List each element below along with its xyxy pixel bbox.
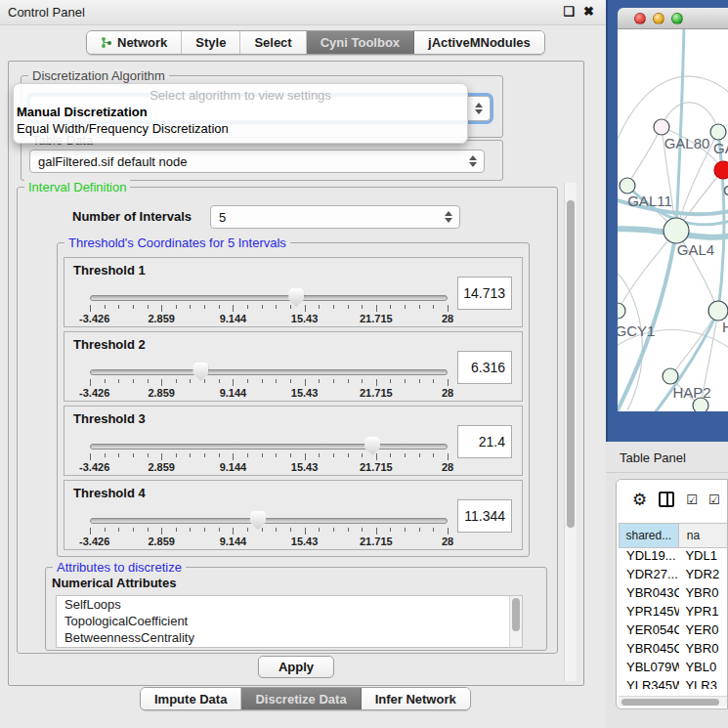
table-row[interactable]: YER054CYER0 [619,622,728,641]
threshold-value-field[interactable]: 14.713 [457,277,512,310]
cell-shared-name[interactable]: YBR045C [619,641,679,660]
close-traffic-light-icon[interactable] [634,13,646,24]
tab-cyni-toolbox[interactable]: Cyni Toolbox [307,31,414,54]
cell-name[interactable]: YDL1 [679,548,728,567]
slider-track[interactable] [90,369,448,375]
cell-shared-name[interactable]: YPR145W [619,604,679,622]
close-icon[interactable]: ✖ [583,4,594,19]
network-node-gal11[interactable] [620,178,635,193]
tick-mark [262,528,263,532]
checkbox-icon[interactable]: ☑ [686,493,697,506]
cell-shared-name[interactable]: YBL079W [619,660,679,678]
column-header-shared-name[interactable]: shared... [619,523,679,548]
dropdown-hint: Select algorithm to view settings [14,88,467,103]
table-row[interactable]: YLR345WYLR3 [619,678,728,689]
cell-shared-name[interactable]: YLR345W [619,678,679,689]
scrollbar-thumb[interactable] [512,598,520,631]
zoom-traffic-light-icon[interactable] [671,13,683,24]
panel-scrollbar[interactable] [564,183,577,681]
float-panel-icon[interactable]: ❑ [563,4,575,19]
tab-select[interactable]: Select [240,31,306,54]
cell-name[interactable]: YDR2 [679,567,728,585]
dropdown-option-manual-discretization[interactable]: Manual Discretization [17,105,148,119]
tab-label: Discretize Data [255,692,346,707]
tab-label: Impute Data [154,692,227,707]
table-row[interactable]: YPR145WYPR1 [619,604,728,622]
checkbox-icon[interactable]: ☑ [708,493,719,506]
attribute-item-topologicalcoefficient[interactable]: TopologicalCoefficient [57,613,522,629]
network-nodes: GAL80GACGAL11GAL4GCY1HHAP2 [618,119,728,411]
slider-track[interactable] [90,295,448,301]
attribute-item-betweennesscentrality[interactable]: BetweennessCentrality [57,629,522,646]
threshold-label: Threshold 1 [73,263,146,278]
gear-icon[interactable]: ⚙ [632,492,647,508]
threshold-slider[interactable]: -3.4262.8599.14415.4321.71528 [90,367,448,397]
cell-shared-name[interactable]: YER054C [619,622,679,641]
tick-mark [276,528,277,532]
network-node-h[interactable] [708,301,728,321]
minimize-traffic-light-icon[interactable] [653,13,664,24]
cell-name[interactable]: YBR0 [679,641,728,660]
cell-name[interactable]: YPR1 [679,604,728,622]
slider-track[interactable] [90,518,448,524]
tab-infer-network[interactable]: Infer Network [362,688,470,709]
network-node-gal4[interactable] [664,218,689,243]
tick-mark [405,528,406,532]
attributes-scrollbar[interactable] [509,596,522,647]
column-header-name[interactable]: na [679,523,728,548]
cell-name[interactable]: YBL0 [679,660,728,678]
scrollbar-thumb[interactable] [621,699,719,706]
tick-label: 28 [442,313,453,324]
threshold-value-field[interactable]: 21.4 [457,425,512,458]
table-row[interactable]: YBR045CYBR0 [619,641,728,660]
tick-mark [219,453,220,457]
network-node-gal80[interactable] [654,119,669,135]
threshold-value-field[interactable]: 6.316 [457,351,512,384]
dropdown-option-equal-width-frequency[interactable]: Equal Width/Frequency Discretization [17,121,229,136]
attribute-item-selfloops[interactable]: SelfLoops [57,596,522,613]
numerical-attributes-list[interactable]: SelfLoopsTopologicalCoefficientBetweenne… [56,595,523,648]
table-row[interactable]: YDL19...YDL1 [619,548,728,567]
network-canvas[interactable]: GAL80GACGAL11GAL4GCY1HHAP2 [618,29,728,411]
tick-mark [118,305,119,309]
table-row[interactable]: YDR27...YDR2 [619,567,728,585]
split-view-icon[interactable] [659,492,674,507]
slider-track[interactable] [90,444,448,450]
thresholds-group: Threshold's Coordinates for 5 Intervals … [57,242,530,557]
cell-shared-name[interactable]: YDR27... [619,567,679,585]
threshold-slider[interactable]: -3.4262.8599.14415.4321.71528 [90,293,448,322]
tab-network[interactable]: Network [87,31,182,54]
cell-name[interactable]: YBR0 [679,585,728,604]
table-horizontal-scrollbar[interactable] [619,696,727,707]
network-node-gcy1[interactable] [618,303,625,319]
table-data-select[interactable]: galFiltered.sif default node [29,150,485,173]
cell-shared-name[interactable]: YBR043C [619,585,679,604]
network-node-hap2[interactable] [663,368,678,384]
cell-shared-name[interactable]: YDL19... [619,548,679,567]
tab-discretize-data[interactable]: Discretize Data [241,688,361,709]
tab-impute-data[interactable]: Impute Data [141,688,241,709]
network-window-titlebar[interactable] [618,8,728,29]
tab-jactivemnodules[interactable]: jActiveMNodules [414,31,544,54]
node-label: H [722,319,728,335]
network-node[interactable] [693,398,708,411]
threshold-slider[interactable]: -3.4262.8599.14415.4321.71528 [90,442,448,471]
tick-label: 28 [442,387,453,399]
threshold-value-field[interactable]: 11.344 [457,499,512,533]
scrollbar-thumb[interactable] [567,200,575,528]
network-node-ga[interactable] [710,124,726,140]
tick-label: 9.144 [220,535,247,547]
table-row[interactable]: YBL079WYBL0 [619,660,728,678]
cell-name[interactable]: YER0 [679,622,728,641]
table-row[interactable]: YBR043CYBR0 [619,585,728,604]
tick-mark [247,528,248,532]
cell-name[interactable]: YLR3 [679,678,728,689]
num-intervals-select[interactable]: 5 [210,205,460,229]
tab-style[interactable]: Style [182,31,240,54]
tick-mark [233,528,234,535]
tick-label-row: -3.4262.8599.14415.4321.71528 [90,313,448,324]
threshold-slider[interactable]: -3.4262.8599.14415.4321.71528 [90,516,448,545]
network-node-c[interactable] [714,161,728,179]
apply-button[interactable]: Apply [258,656,334,678]
tick-mark [376,453,377,460]
